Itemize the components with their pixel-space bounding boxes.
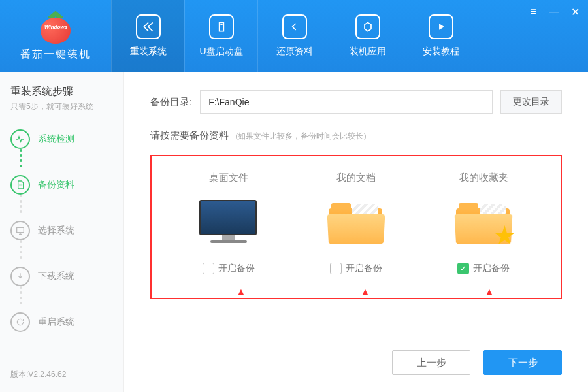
instruction-row: 请按需要备份资料 (如果文件比较多，备份时间会比较长) — [150, 129, 562, 142]
menu-icon[interactable]: ≡ — [528, 7, 538, 17]
backup-checkbox-documents[interactable]: 开启备份 — [301, 263, 412, 274]
document-icon — [10, 175, 30, 195]
backup-path-label: 备份目录: — [150, 96, 192, 108]
minimize-icon[interactable]: — — [549, 7, 559, 17]
highlight-arrow-icon: ▲ — [361, 286, 370, 297]
main-content: 备份目录: 更改目录 请按需要备份资料 (如果文件比较多，备份时间会比较长) 桌… — [124, 72, 588, 392]
backup-options-box: 桌面文件 开启备份 我的文档 开启备份 — [150, 155, 562, 299]
instruction-text: 请按需要备份资料 — [150, 129, 229, 140]
app-title: 番茄一键装机 — [20, 48, 91, 61]
nav-label: 安装教程 — [423, 46, 459, 57]
checkbox-checked-icon: ✓ — [457, 263, 469, 274]
step-system-check: 系统检测 — [10, 129, 113, 149]
step-backup: 备份资料 — [10, 175, 113, 195]
nav-restore[interactable]: 还原资料 — [257, 0, 331, 72]
step-restart: 重启系统 — [10, 312, 113, 332]
backup-checkbox-desktop[interactable]: 开启备份 — [173, 263, 284, 274]
nav-label: 装机应用 — [350, 46, 386, 57]
sidebar-title: 重装系统步骤 — [10, 85, 113, 99]
apps-icon — [355, 14, 380, 39]
nav-label: 重装系统 — [130, 46, 167, 57]
reinstall-icon — [136, 14, 161, 39]
logo-badge: Windows — [44, 24, 67, 30]
window-controls: ≡ — ✕ — [528, 7, 580, 17]
backup-item-title: 我的文档 — [301, 172, 412, 184]
nav-label: 还原资料 — [276, 46, 313, 57]
backup-item-favorites: 我的收藏夹 ✓ 开启备份 — [428, 172, 539, 274]
step-download: 下载系统 — [10, 267, 113, 286]
monitor-icon — [10, 221, 30, 240]
restart-icon — [10, 312, 30, 332]
change-dir-button[interactable]: 更改目录 — [500, 90, 562, 114]
step-choose-system: 选择系统 — [10, 221, 113, 240]
step-label: 系统检测 — [38, 133, 74, 145]
prev-button[interactable]: 上一步 — [392, 350, 470, 375]
instruction-note: (如果文件比较多，备份时间会比较长) — [235, 131, 366, 140]
backup-path-input[interactable] — [200, 90, 493, 114]
version-text: 版本:V2.2.46.62 — [10, 369, 66, 380]
nav-label: U盘启动盘 — [199, 46, 242, 57]
header: Windows 番茄一键装机 重装系统 U盘启动盘 还原资料 装机应用 安装教程… — [0, 0, 588, 72]
backup-item-title: 桌面文件 — [173, 172, 284, 184]
usb-icon — [209, 14, 234, 39]
sidebar: 重装系统步骤 只需5步，就可装好系统 系统检测 备份资料 选择系统 下载系统 — [0, 72, 124, 392]
checkbox-label: 开启备份 — [473, 263, 510, 274]
step-label: 重启系统 — [38, 316, 74, 328]
highlight-arrow-icon: ▲ — [237, 286, 246, 297]
highlight-arrow-icon: ▲ — [485, 286, 494, 297]
main-nav: 重装系统 U盘启动盘 还原资料 装机应用 安装教程 — [111, 0, 588, 72]
checkbox-icon — [330, 263, 342, 274]
download-icon — [10, 267, 30, 286]
favorites-folder-icon — [428, 195, 539, 251]
step-label: 备份资料 — [38, 179, 74, 191]
next-button[interactable]: 下一步 — [483, 350, 562, 375]
close-icon[interactable]: ✕ — [570, 7, 580, 17]
nav-apps[interactable]: 装机应用 — [331, 0, 404, 72]
nav-reinstall[interactable]: 重装系统 — [111, 0, 184, 72]
tomato-logo-icon: Windows — [39, 11, 72, 44]
nav-usb[interactable]: U盘启动盘 — [184, 0, 257, 72]
logo-section: Windows 番茄一键装机 — [0, 0, 111, 72]
checkbox-icon — [203, 263, 214, 274]
backup-item-title: 我的收藏夹 — [428, 172, 539, 184]
heartbeat-icon — [10, 129, 30, 149]
backup-item-desktop: 桌面文件 开启备份 — [173, 172, 284, 274]
tutorial-icon — [429, 14, 453, 39]
step-label: 选择系统 — [38, 225, 74, 237]
backup-item-documents: 我的文档 开启备份 — [301, 172, 412, 274]
sidebar-subtitle: 只需5步，就可装好系统 — [10, 101, 113, 112]
step-label: 下载系统 — [38, 270, 74, 282]
documents-folder-icon — [301, 195, 412, 251]
checkbox-label: 开启备份 — [346, 263, 382, 274]
svg-rect-0 — [219, 22, 223, 31]
desktop-files-icon — [173, 195, 284, 251]
checkbox-label: 开启备份 — [218, 263, 255, 274]
restore-icon — [282, 14, 307, 39]
nav-tutorial[interactable]: 安装教程 — [404, 0, 477, 72]
svg-rect-1 — [17, 227, 24, 232]
backup-checkbox-favorites[interactable]: ✓ 开启备份 — [428, 263, 539, 274]
